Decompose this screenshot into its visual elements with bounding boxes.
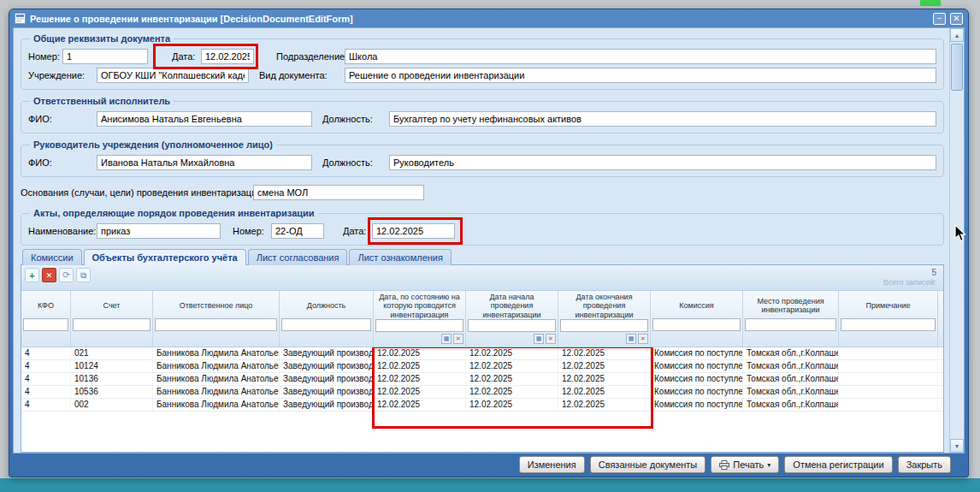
general-row-1: Номер: Дата: Подразделение: [28,49,936,64]
table-cell: 12.02.2025 [466,399,558,411]
minimize-button[interactable]: − [933,13,946,25]
filter-clear-icon[interactable]: ✕ [453,334,463,344]
table-cell: 021 [71,347,153,359]
tab-approval-sheet[interactable]: Лист согласования [248,249,348,265]
decision-document-window: Решение о проведении инвентаризации [Dec… [9,9,969,477]
executor-fio-input[interactable] [97,111,312,127]
copy-icon[interactable]: ⧉ [76,268,91,282]
grid-toolbar: +✕⟳⧉ 5 Всего записей: [21,265,943,291]
division-label: Подразделение: [276,51,345,62]
grid-header: КФОСчетОтветственное лицоДолжностьДата, … [21,291,943,347]
table-cell: 12.02.2025 [374,360,466,372]
act-name-input[interactable] [97,223,221,239]
button-label: Отмена регистрации [793,459,883,470]
column-header-8[interactable]: Место проведения инвентаризации [743,291,839,347]
table-row[interactable]: 410136Банникова Людмила АнатольевнаЗавед… [21,373,943,386]
column-filter-input[interactable] [468,319,556,332]
institution-input[interactable] [97,68,249,83]
table-cell: 12.02.2025 [558,373,651,385]
filter-clear-icon[interactable]: ✕ [638,334,648,344]
act-date-input[interactable] [372,223,455,239]
column-filter-input[interactable] [841,318,936,331]
table-cell: Заведующий производст... [280,399,374,411]
column-header-4[interactable]: Дата, по состоянию на которую проводится… [374,291,466,347]
division-input[interactable] [345,49,936,64]
column-filter-input[interactable] [652,318,741,331]
filter-calendar-icon[interactable]: ▦ [441,334,452,344]
basis-input[interactable] [253,185,424,200]
executor-position-input[interactable] [389,111,936,127]
scroll-down-icon[interactable]: ▼ [950,439,964,453]
column-filter-input[interactable] [560,319,648,332]
table-row[interactable]: 410124Банникова Людмила АнатольевнаЗавед… [21,360,943,373]
table-row[interactable]: 4002Банникова Людмила АнатольевнаЗаведую… [21,399,943,412]
column-label: Счет [73,293,151,318]
table-cell: 12.02.2025 [374,347,466,359]
doctype-input[interactable] [345,68,936,83]
close-button[interactable]: ✕ [950,13,963,25]
filter-clear-icon[interactable]: ✕ [546,334,556,344]
cancel-registration-button[interactable]: Отмена регистрации [784,456,892,473]
date-input[interactable] [201,49,254,64]
table-cell: 4 [21,360,71,372]
table-cell [839,347,938,359]
column-header-0[interactable]: КФО [21,291,71,347]
close-button[interactable]: Закрыть [898,456,951,473]
table-cell: Банникова Людмила Анатольевна [153,386,280,398]
objects-tab-panel: +✕⟳⧉ 5 Всего записей: КФОСчетОтветственн… [21,264,944,453]
column-header-1[interactable]: Счет [71,291,153,347]
scrollbar-thumb[interactable] [951,44,963,91]
column-header-9[interactable]: Примечание [839,291,938,347]
table-cell: Томская обл.,г.Колпаше... [743,360,839,372]
linked-documents-button[interactable]: Связанные документы [590,456,706,473]
head-row: ФИО: Должность: [28,155,936,170]
column-header-5[interactable]: Дата начала проведения инвентаризации▦✕ [466,291,558,347]
column-filter-input[interactable] [155,318,277,331]
form-content: Общие реквизиты документа Номер: Дата: П… [14,28,949,453]
head-fio-label: ФИО: [28,157,97,168]
add-icon[interactable]: + [25,268,39,282]
vertical-scrollbar[interactable]: ▲ ▼ [949,28,964,453]
act-number-input[interactable] [271,223,324,239]
table-cell: 10536 [71,386,153,398]
filter-calendar-icon[interactable]: ▦ [534,334,544,344]
column-header-6[interactable]: Дата окончания проведения инвентаризации… [558,291,651,347]
doctype-label: Вид документа: [259,70,345,80]
table-cell: 12.02.2025 [558,347,651,359]
column-header-7[interactable]: Комиссия [651,291,743,347]
column-filter-input[interactable] [375,319,463,332]
table-cell: 12.02.2025 [558,360,651,372]
tab-accounting-objects[interactable]: Объекты бухгалтерского учёта [84,249,246,265]
column-filter-input[interactable] [73,318,151,331]
column-label: КФО [23,293,68,318]
grid-body: 4021Банникова Людмила АнатольевнаЗаведую… [21,347,943,452]
button-label: Печать [733,459,764,470]
date-filter-icons: ▦✕ [468,334,556,344]
institution-label: Учреждение: [28,70,97,80]
column-filter-input[interactable] [745,318,836,331]
act-number-label: Номер: [233,226,271,236]
delete-icon[interactable]: ✕ [42,268,56,282]
head-position-input[interactable] [389,155,936,170]
tab-acquaintance-sheet[interactable]: Лист ознакомления [349,249,452,265]
number-input[interactable] [62,49,148,64]
head-fio-input[interactable] [97,155,312,170]
tab-commissions[interactable]: Комиссии [22,249,82,265]
print-button[interactable]: Печать▾ [711,456,779,473]
date-filter-icons: ▦✕ [560,334,648,344]
window-titlebar[interactable]: Решение о проведении инвентаризации [Dec… [9,9,968,27]
column-filter-input[interactable] [23,318,68,331]
number-label: Номер: [28,51,62,62]
column-header-3[interactable]: Должность [280,291,374,347]
column-header-2[interactable]: Ответственное лицо [153,291,280,347]
column-label: Место проведения инвентаризации [745,293,836,318]
refresh-icon[interactable]: ⟳ [59,268,74,282]
table-cell [839,399,938,411]
changes-button[interactable]: Изменения [519,456,585,473]
table-row[interactable]: 410536Банникова Людмила АнатольевнаЗавед… [21,386,943,399]
table-cell: 10124 [71,360,153,372]
table-row[interactable]: 4021Банникова Людмила АнатольевнаЗаведую… [21,347,943,360]
scroll-up-icon[interactable]: ▲ [950,28,964,42]
filter-calendar-icon[interactable]: ▦ [626,334,636,344]
column-filter-input[interactable] [281,318,371,331]
